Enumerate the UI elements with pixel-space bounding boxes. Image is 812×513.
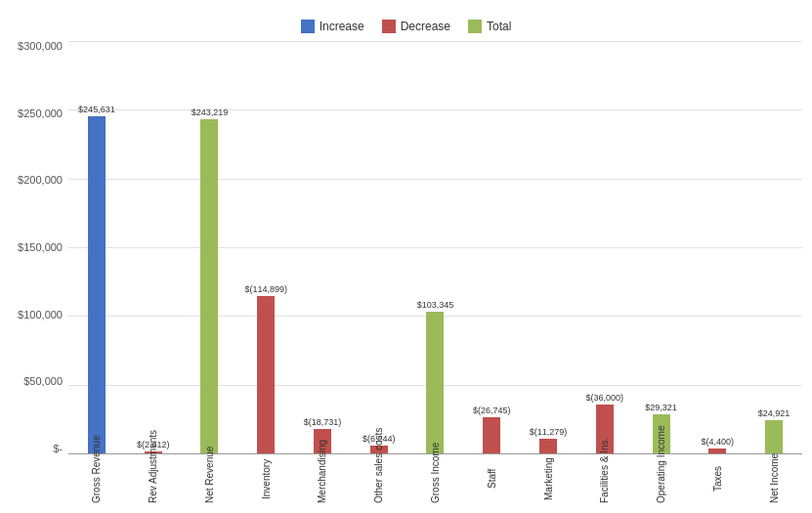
legend-swatch [301,20,315,33]
bar-group: $(6,244) [351,41,407,454]
bar-group: $(26,745) [463,41,520,454]
legend-swatch [382,20,396,33]
bar-wrapper: $24,921 [758,41,791,454]
bar-group: $(114,899) [237,41,294,454]
bar-element [88,116,106,454]
x-axis-label: Rev Adjustments [148,454,158,503]
bar-element [426,312,444,454]
x-label-group: Inventory [237,454,294,503]
chart-area: $300,000$250,000$200,000$150,000$100,000… [10,41,802,503]
bar-value-label: $245,631 [78,105,115,114]
y-axis-label: $200,000 [18,175,63,186]
y-axis-label: $150,000 [18,242,63,253]
x-axis-label: Merchandising [317,454,327,503]
bar-element [483,417,500,454]
x-label-group: Facilities & Ins. [577,454,633,503]
bar-wrapper: $243,219 [192,41,229,454]
bar-group: $(36,000) [577,41,633,454]
bar-element [539,439,557,454]
bar-value-label: $(36,000) [586,393,624,403]
x-axis-label: Other sales costs [373,454,384,503]
bar-value-label: $(4,400) [702,437,735,447]
bars-row: $245,631$(2,412)$243,219$(114,899)$(18,7… [68,41,802,454]
bar-wrapper: $245,631 [78,41,115,454]
bar-wrapper: $(18,731) [304,41,342,454]
legend-item: Total [468,20,511,33]
bar-wrapper: $(11,279) [530,41,568,454]
x-axis-label: Gross Income [430,454,441,503]
bar-group: $29,321 [633,41,690,454]
y-axis-label: $250,000 [18,108,63,119]
x-label-group: Gross Revenue [68,454,125,503]
x-axis-label: Gross Revenue [91,454,102,503]
bar-wrapper: $(2,412) [137,41,170,454]
bar-element [257,296,275,454]
bar-value-label: $243,219 [192,107,229,117]
bar-value-label: $(26,745) [473,406,511,415]
chart-container: IncreaseDecreaseTotal $300,000$250,000$2… [0,0,812,513]
legend: IncreaseDecreaseTotal [301,20,512,33]
legend-label: Increase [320,20,364,33]
bar-wrapper: $103,345 [417,41,454,454]
x-label-group: Gross Income [407,454,464,503]
x-axis-label: Operating Income [656,454,666,503]
grid-and-bars: $245,631$(2,412)$243,219$(114,899)$(18,7… [68,41,802,454]
x-label-group: Taxes [689,454,746,503]
y-axis-label: $50,000 [23,376,63,387]
bar-value-label: $103,345 [417,300,454,310]
x-axis-label: Staff [487,454,497,503]
bar-group: $(2,412) [125,41,182,454]
bar-group: $24,921 [746,41,802,454]
bar-value-label: $(114,899) [244,284,287,294]
legend-swatch [468,20,482,33]
x-label-group: Merchandising [294,454,351,503]
y-axis-label: $300,000 [18,41,63,52]
x-axis-labels: Gross RevenueRev AdjustmentsNet RevenueI… [68,454,802,503]
x-label-group: Marketing [520,454,577,503]
bar-group: $(4,400) [689,41,746,454]
bar-wrapper: $(4,400) [702,41,735,454]
x-label-group: Staff [463,454,520,503]
y-axis: $300,000$250,000$200,000$150,000$100,000… [10,41,68,503]
y-axis-label: $100,000 [18,310,63,321]
chart-main: $245,631$(2,412)$243,219$(114,899)$(18,7… [68,41,802,503]
x-label-group: Net Revenue [182,454,238,503]
bar-value-label: $29,321 [645,403,677,412]
y-axis-label: $- [53,444,63,454]
x-axis-label: Inventory [261,454,272,503]
bar-group: $245,631 [68,41,125,454]
x-label-group: Rev Adjustments [125,454,182,503]
x-label-group: Other sales costs [351,454,407,503]
bar-value-label: $24,921 [758,408,791,418]
bar-wrapper: $(6,244) [363,41,396,454]
x-axis-label: Net Income [769,454,780,503]
x-axis-label: Marketing [543,454,554,503]
x-axis-label: Net Revenue [204,454,215,503]
bar-group: $(11,279) [520,41,577,454]
bar-element [200,119,218,454]
bar-wrapper: $(114,899) [244,41,287,454]
bar-wrapper: $(26,745) [473,41,511,454]
legend-label: Total [487,20,511,33]
x-axis-label: Facilities & Ins. [599,454,610,503]
bar-group: $(18,731) [294,41,351,454]
x-axis-label: Taxes [712,454,723,503]
x-label-group: Operating Income [633,454,690,503]
bar-wrapper: $29,321 [645,41,677,454]
legend-item: Increase [301,20,364,33]
bar-group: $103,345 [407,41,464,454]
bar-group: $243,219 [182,41,238,454]
legend-label: Decrease [401,20,450,33]
bar-wrapper: $(36,000) [586,41,624,454]
bar-element [765,420,783,454]
x-label-group: Net Income [746,454,802,503]
legend-item: Decrease [382,20,450,33]
bar-value-label: $(11,279) [530,427,568,437]
bar-value-label: $(18,731) [304,417,342,427]
